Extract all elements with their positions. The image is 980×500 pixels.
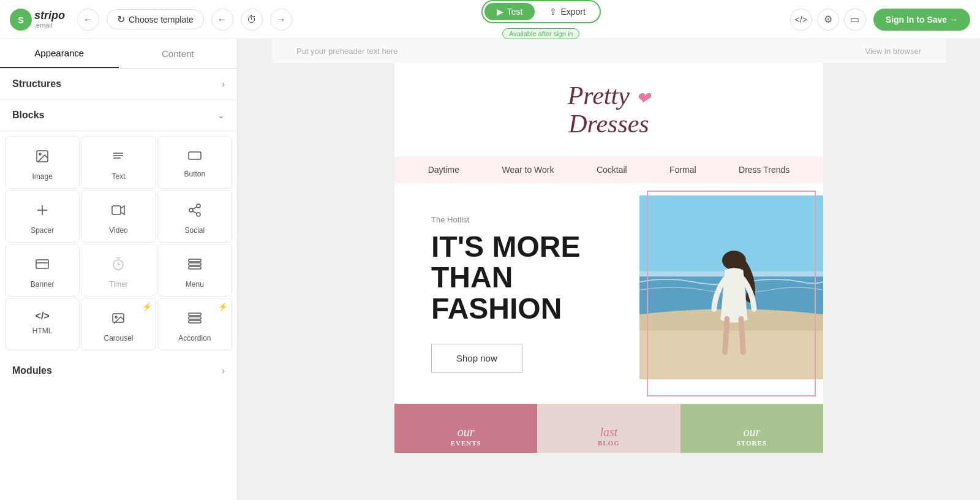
card-blog-label: BLOG [598, 439, 620, 447]
block-text[interactable]: Text [81, 136, 156, 189]
view-in-browser-link[interactable]: View in browser [865, 47, 921, 56]
svg-point-11 [197, 204, 200, 208]
available-badge: Available after sign in [502, 28, 579, 39]
hero-image [639, 183, 823, 392]
svg-text:S: S [18, 15, 23, 25]
topbar: S stripo .email ← ↻ Choose template ← ⏱ … [0, 0, 980, 39]
block-spacer[interactable]: Spacer [5, 190, 80, 243]
block-button[interactable]: Button [157, 136, 232, 189]
block-html-label: HTML [32, 327, 53, 335]
block-social[interactable]: Social [157, 190, 232, 243]
html-icon: </> [36, 311, 50, 322]
card-blog-last: last [600, 425, 618, 439]
code-button[interactable]: </> [790, 9, 812, 31]
svg-point-3 [39, 153, 41, 155]
card-events-our: our [458, 425, 475, 439]
accordion-lightning-icon: ⚡ [218, 302, 228, 311]
nav-item-formal[interactable]: Formal [669, 165, 696, 175]
refresh-icon: ↻ [117, 13, 125, 25]
structures-chevron-right: › [222, 79, 225, 89]
block-social-label: Social [184, 226, 205, 235]
hero-hottest-label: The Hotlist [431, 215, 615, 224]
card-events: our EVENTS [394, 404, 537, 453]
svg-rect-7 [189, 152, 201, 159]
bottom-cards: our EVENTS last BLOG our STORES [394, 404, 823, 453]
back-button[interactable]: ← [77, 9, 99, 31]
main-layout: Appearance Content Structures › Blocks ⌄ [0, 39, 980, 500]
block-carousel-label: Carousel [104, 334, 133, 343]
logo-stripo-text: stripo [34, 10, 65, 22]
svg-point-13 [197, 213, 200, 216]
blocks-title: Blocks [12, 110, 44, 121]
block-image[interactable]: Image [5, 136, 80, 189]
right-icons-group: </> ⚙ ▭ [790, 9, 866, 31]
block-timer[interactable]: Timer [81, 244, 156, 297]
undo-button[interactable]: ← [211, 9, 233, 31]
social-icon [187, 203, 202, 221]
blocks-chevron-down: ⌄ [217, 110, 225, 120]
card-stores: our STORES [680, 404, 823, 453]
block-button-label: Button [184, 170, 205, 178]
block-timer-label: Timer [109, 280, 127, 289]
block-accordion[interactable]: ⚡ Accordion [157, 298, 232, 350]
choose-template-label: Choose template [129, 15, 194, 25]
nav-item-wear-to-work[interactable]: Wear to Work [502, 165, 554, 175]
modules-section-header[interactable]: Modules › [0, 355, 237, 386]
blocks-section-header[interactable]: Blocks ⌄ [0, 100, 237, 131]
block-html[interactable]: </> HTML [5, 298, 80, 350]
carousel-icon [111, 311, 126, 329]
svg-point-24 [115, 316, 117, 318]
timer-icon [111, 257, 126, 275]
settings-button[interactable]: ⚙ [817, 9, 839, 31]
card-events-label: EVENTS [451, 439, 481, 447]
block-spacer-label: Spacer [31, 226, 54, 235]
email-body: Pretty ❤Dresses Daytime Wear to Work Coc… [394, 63, 823, 453]
preheader-text: Put your preheader text here [296, 47, 398, 56]
block-banner[interactable]: Banner [5, 244, 80, 297]
svg-rect-22 [189, 267, 201, 269]
modules-chevron-right: › [222, 366, 225, 376]
brand-name: Pretty ❤Dresses [568, 81, 650, 138]
preheader-bar: Put your preheader text here View in bro… [272, 39, 946, 63]
export-button[interactable]: ⇧ Export [537, 3, 597, 20]
logo-email-text: .email [34, 21, 65, 29]
block-image-label: Image [32, 172, 52, 181]
test-label: Test [507, 7, 523, 17]
svg-rect-27 [189, 320, 201, 323]
test-button[interactable]: ▶ Test [484, 3, 535, 20]
canvas-area: Put your preheader text here View in bro… [238, 39, 980, 500]
choose-template-button[interactable]: ↻ Choose template [107, 9, 204, 29]
modules-title: Modules [12, 365, 52, 376]
carousel-lightning-icon: ⚡ [142, 302, 152, 311]
export-icon: ⇧ [549, 7, 557, 17]
email-container: Put your preheader text here View in bro… [272, 39, 946, 500]
nav-item-cocktail[interactable]: Cocktail [597, 165, 627, 175]
sidebar: Appearance Content Structures › Blocks ⌄ [0, 39, 238, 500]
svg-rect-21 [189, 263, 201, 265]
svg-rect-25 [189, 313, 201, 316]
nav-item-dress-trends[interactable]: Dress Trends [739, 165, 790, 175]
redo-button[interactable]: → [270, 9, 292, 31]
image-icon [35, 149, 50, 167]
structures-section-header[interactable]: Structures › [0, 69, 237, 100]
email-nav: Daytime Wear to Work Cocktail Formal Dre… [394, 156, 823, 183]
send-icon: ▶ [497, 7, 503, 17]
center-action-group: ▶ Test ⇧ Export Available after sign in [481, 0, 601, 39]
preview-button[interactable]: ▭ [844, 9, 866, 31]
nav-item-daytime[interactable]: Daytime [428, 165, 459, 175]
block-video[interactable]: Video [81, 190, 156, 243]
sign-in-button[interactable]: Sign In to Save → [873, 9, 970, 31]
block-menu[interactable]: Menu [157, 244, 232, 297]
hero-cta-button[interactable]: Shop now [431, 344, 522, 373]
accordion-icon [187, 311, 202, 329]
history-button[interactable]: ⏱ [241, 9, 263, 31]
tab-appearance[interactable]: Appearance [0, 39, 119, 68]
tab-content[interactable]: Content [119, 39, 238, 68]
hero-line3: FASHION [431, 292, 562, 325]
svg-point-12 [189, 208, 193, 212]
block-carousel[interactable]: ⚡ Carousel [81, 298, 156, 350]
hero-section: The Hotlist IT'S MORE THAN FASHION Shop … [394, 183, 823, 404]
button-icon [187, 149, 202, 165]
menu-icon [187, 257, 202, 275]
svg-line-15 [192, 207, 197, 210]
